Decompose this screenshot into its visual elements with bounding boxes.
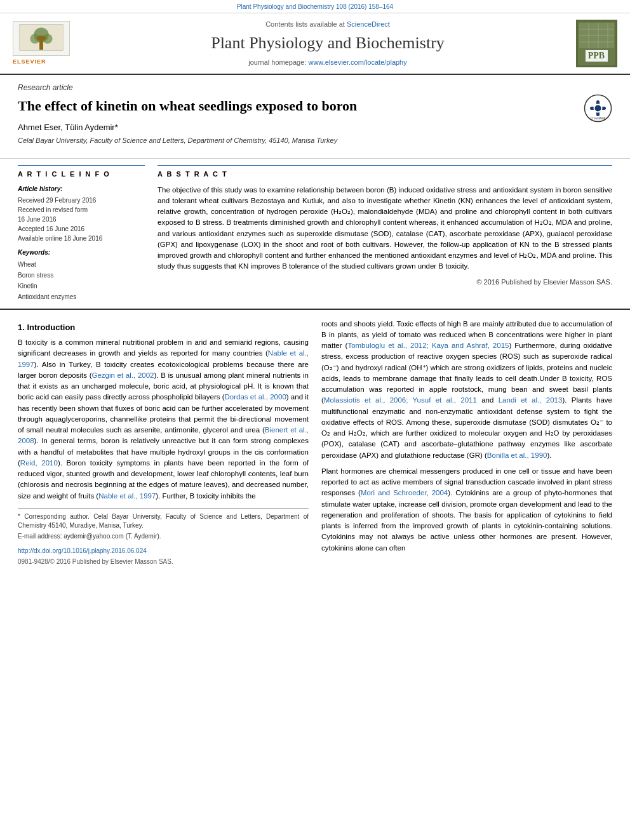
ref-tombuloglu2012: Tombuloglu et al., 2012; Kaya and Ashraf…: [347, 342, 509, 349]
ref-nable1997: Nable et al., 1997: [18, 349, 309, 368]
keywords-section: Keywords: Wheat Boron stress Kinetin Ant…: [18, 248, 145, 302]
accepted-date: Accepted 16 June 2016: [18, 224, 145, 234]
journal-name: Plant Physiology and Biochemistry: [89, 32, 566, 55]
body-columns: 1. Introduction B toxicity is a common m…: [18, 319, 612, 566]
received-date: Received 29 February 2016: [18, 196, 145, 205]
email-note: E-mail address: aydemir@yahoo.com (T. Ay…: [18, 532, 309, 541]
ref-bienert2008: Bienert et al., 2008: [18, 426, 309, 444]
elsevier-text-label: ELSEVIER: [13, 58, 46, 66]
article-info-column: A R T I C L E I N F O Article history: R…: [18, 165, 145, 302]
journal-citation: Plant Physiology and Biochemistry 108 (2…: [237, 3, 393, 10]
corresponding-author-note: * Corresponding author. Celal Bayar Univ…: [18, 512, 309, 530]
intro-para-3: Plant hormones are chemical messengers p…: [321, 466, 612, 554]
ref-landi2013: Landi et al., 2013: [499, 396, 563, 404]
copyright-line: © 2016 Published by Elsevier Masson SAS.: [158, 277, 612, 287]
article-header-section: Research article The effect of kinetin o…: [0, 75, 630, 159]
svg-point-24: [595, 105, 601, 111]
authors-text: Ahmet Eser, Tülin Aydemir*: [18, 123, 118, 132]
article-info-heading: A R T I C L E I N F O: [18, 170, 145, 179]
journal-header: ELSEVIER Contents lists available at Sci…: [0, 13, 630, 75]
affiliation: Celal Bayar University, Faculty of Scien…: [18, 136, 577, 145]
contents-label: Contents lists available at: [265, 20, 345, 28]
contents-line: Contents lists available at ScienceDirec…: [89, 20, 566, 29]
footnotes: * Corresponding author. Celal Bayar Univ…: [18, 508, 309, 541]
article-info-abstract-section: A R T I C L E I N F O Article history: R…: [0, 159, 630, 309]
email-label: E-mail address:: [18, 533, 62, 540]
received-revised-date: 16 June 2016: [18, 215, 145, 224]
page: Plant Physiology and Biochemistry 108 (2…: [0, 0, 630, 575]
history-label: Article history:: [18, 185, 145, 194]
svg-point-7: [36, 36, 46, 41]
article-history: Article history: Received 29 February 20…: [18, 185, 145, 243]
ref-gezgin2002: Gezgin et al., 2002: [92, 371, 154, 379]
intro-para-2: roots and shoots yield. Toxic effects of…: [321, 319, 612, 461]
article-title: The effect of kinetin on wheat seedlings…: [18, 97, 577, 116]
ref-nable1997b: Nable et al., 1997: [98, 492, 156, 500]
body-left-column: 1. Introduction B toxicity is a common m…: [18, 319, 309, 566]
homepage-line: journal homepage: www.elsevier.com/locat…: [89, 58, 566, 67]
sciencedirect-link[interactable]: ScienceDirect: [347, 20, 390, 28]
abstract-heading: A B S T R A C T: [158, 170, 612, 179]
elsevier-logo: ELSEVIER: [13, 21, 89, 66]
ref-bonilla1990: Bonilla et al., 1990: [487, 451, 547, 459]
homepage-url[interactable]: www.elsevier.com/locate/plaphy: [308, 58, 406, 66]
intro-heading: 1. Introduction: [18, 321, 309, 334]
svg-text:CrossMark: CrossMark: [590, 116, 606, 120]
email-address[interactable]: aydemir@yahoo.com: [64, 533, 124, 540]
email-person: (T. Aydemir).: [126, 533, 161, 540]
elsevier-logo-image: [13, 21, 70, 56]
ref-mori2004: Mori and Schroeder, 2004: [361, 489, 448, 497]
issn-line: 0981-9428/© 2016 Published by Elsevier M…: [18, 557, 309, 566]
available-online: Available online 18 June 2016: [18, 234, 145, 243]
abstract-column: A B S T R A C T The objective of this st…: [158, 165, 612, 302]
keywords-label: Keywords:: [18, 248, 145, 257]
intro-section-title: Introduction: [27, 323, 75, 332]
doi-url[interactable]: http://dx.doi.org/10.1016/j.plaphy.2016.…: [18, 547, 147, 554]
ref-reid2010: Reid, 2010: [20, 459, 58, 467]
intro-para-1: B toxicity is a common mineral nutrition…: [18, 337, 309, 502]
body-right-column: roots and shoots yield. Toxic effects of…: [321, 319, 612, 566]
abstract-text: The objective of this study was to exami…: [158, 185, 612, 272]
journal-info-bar: Plant Physiology and Biochemistry 108 (2…: [0, 0, 630, 13]
ref-molassiotis2006: Molassiotis et al., 2006; Yusuf et al., …: [324, 396, 477, 404]
authors: Ahmet Eser, Tülin Aydemir*: [18, 122, 577, 133]
keyword-1: Wheat: [18, 259, 145, 270]
keyword-4: Antioxidant enzymes: [18, 291, 145, 302]
doi-line: http://dx.doi.org/10.1016/j.plaphy.2016.…: [18, 546, 309, 556]
main-content: 1. Introduction B toxicity is a common m…: [0, 310, 630, 575]
publisher-logo-area: ELSEVIER: [13, 21, 89, 66]
article-type-label: Research article: [18, 83, 612, 93]
ref-dordas2000: Dordas et al., 2000: [225, 393, 286, 401]
ppb-logo-area: PPB: [566, 20, 617, 67]
received-revised-label: Received in revised form: [18, 205, 145, 215]
crossmark-logo: CrossMark: [584, 94, 612, 123]
keyword-3: Kinetin: [18, 281, 145, 291]
intro-section-num: 1.: [18, 323, 25, 332]
ppb-journal-logo: PPB: [576, 20, 617, 67]
svg-text:PPB: PPB: [588, 51, 605, 60]
keyword-2: Boron stress: [18, 270, 145, 281]
journal-title-area: Contents lists available at ScienceDirec…: [89, 20, 566, 67]
homepage-label: journal homepage:: [248, 58, 306, 66]
